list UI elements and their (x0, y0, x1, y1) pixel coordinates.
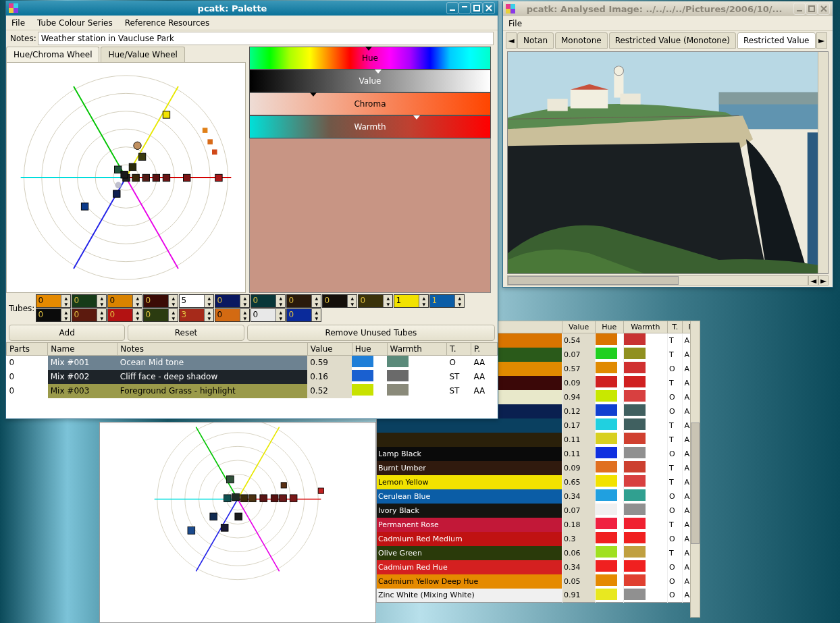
mix-col-parts[interactable]: Parts (7, 343, 48, 356)
svg-line-8 (238, 427, 280, 499)
paint-col-t[interactable]: T. (668, 321, 683, 333)
maximize-icon[interactable] (806, 3, 818, 15)
tube-spinner[interactable]: 0▲▼ (215, 294, 250, 308)
image-window-titlebar[interactable]: pcatk: Analysed Image: ../../../../Pictu… (503, 1, 833, 16)
paint-row[interactable]: Cadmium Red Medium 0.3 OA (377, 532, 700, 546)
paint-row[interactable]: Permanent Rose 0.18 TA (377, 518, 700, 532)
mix-row[interactable]: 0 Mix #002 Cliff face - deep shadow 0.16… (7, 370, 498, 384)
paint-row[interactable]: Burnt Umber 0.09 TA (377, 461, 700, 475)
paint-row[interactable]: Lemon Yellow 0.65 TA (377, 475, 700, 489)
mix-row[interactable]: 0 Mix #001 Ocean Mid tone 0.59 OAA (7, 356, 498, 370)
remove-unused-tubes-button[interactable]: Remove Unused Tubes (247, 325, 495, 341)
paint-col-warmth[interactable]: Warmth (623, 321, 667, 333)
hue-slider-label: Hue (362, 53, 378, 63)
paint-row[interactable]: 0.11 TAA (377, 433, 700, 447)
tube-spinner[interactable]: 0▲▼ (72, 308, 107, 322)
tube-spinner[interactable]: 0▲▼ (36, 308, 71, 322)
svg-rect-14 (221, 524, 228, 531)
tube-spinner[interactable]: 0▲▼ (286, 308, 321, 322)
paint-row[interactable]: Lamp Black 0.11 OAA (377, 447, 700, 461)
tube-spinner[interactable]: 0▲▼ (107, 294, 142, 308)
mix-col-value[interactable]: Value (307, 343, 352, 356)
tab-monotone[interactable]: Monotone (555, 32, 608, 49)
tube-spinner[interactable]: 0▲▼ (215, 308, 250, 322)
paint-list-scrollbar[interactable] (690, 321, 700, 618)
add-button[interactable]: Add (9, 325, 125, 341)
minimize-icon[interactable] (793, 3, 806, 15)
paint-row[interactable]: Cadmium Yellow Deep Hue 0.05 OA (377, 574, 700, 589)
menu-file[interactable]: File (507, 18, 523, 30)
reset-button[interactable]: Reset (128, 325, 244, 341)
paint-col-hue[interactable]: Hue (596, 321, 623, 333)
notes-input[interactable] (38, 32, 494, 45)
svg-rect-71 (115, 166, 122, 173)
tube-spinner[interactable]: 0▲▼ (322, 294, 357, 308)
tube-spinner[interactable]: 0▲▼ (286, 294, 321, 308)
app-icon (9, 3, 18, 13)
svg-rect-17 (232, 493, 240, 501)
paint-row[interactable]: Olive Green 0.06 TA (377, 546, 700, 560)
mix-row[interactable]: 0 Mix #003 Foreground Grass - highlight … (7, 384, 498, 398)
svg-rect-26 (281, 483, 286, 488)
tube-spinner[interactable]: 0▲▼ (143, 294, 178, 308)
tube-spinner[interactable]: 1▲▼ (429, 294, 465, 308)
scroll-right-icon[interactable]: ► (818, 275, 829, 286)
tab-nav-right-icon[interactable]: ► (816, 32, 827, 49)
mix-col-name[interactable]: Name (48, 343, 117, 356)
image-scrollbar-v[interactable] (818, 52, 828, 273)
svg-rect-23 (280, 495, 287, 502)
analysed-image-view[interactable] (507, 51, 829, 274)
shade-icon[interactable] (458, 2, 471, 14)
paint-col-value[interactable]: Value (562, 321, 596, 333)
paint-row[interactable]: 0.17 TAA (377, 418, 700, 433)
menu-tube-colour-series[interactable]: Tube Colour Series (36, 17, 114, 29)
tube-spinner[interactable]: 0▲▼ (72, 294, 107, 308)
mix-col-hue[interactable]: Hue (352, 343, 387, 356)
tube-spinner[interactable]: 0▲▼ (358, 294, 393, 308)
tube-spinner[interactable]: 0▲▼ (251, 294, 286, 308)
paint-row[interactable]: Cerulean Blue 0.34 OAA (377, 489, 700, 504)
svg-rect-61 (81, 203, 88, 210)
svg-rect-28 (510, 4, 515, 9)
mix-col-notes[interactable]: Notes (117, 343, 307, 356)
tab-nav-left-icon[interactable]: ◄ (506, 32, 517, 49)
paint-row[interactable]: Cadmium Red Hue 0.34 OA (377, 560, 700, 574)
tab-hue-value-wheel[interactable]: Hue/Value Wheel (101, 47, 184, 62)
svg-rect-46 (14, 8, 18, 13)
maximize-icon[interactable] (471, 2, 483, 14)
menu-file[interactable]: File (10, 17, 26, 29)
tube-spinner[interactable]: 0▲▼ (143, 308, 178, 322)
paint-row[interactable]: Zinc White (Mixing White) 0.91 OAA (377, 589, 700, 603)
svg-rect-75 (207, 139, 213, 144)
tube-spinner[interactable]: 0▲▼ (251, 308, 286, 322)
scroll-left-icon[interactable]: ◄ (808, 275, 818, 286)
image-scrollbar-h[interactable]: ◄ ► (507, 275, 829, 286)
tab-hue-chroma-wheel[interactable]: Hue/Chroma Wheel (6, 47, 99, 62)
paint-row[interactable]: Ivory Black 0.07 OAA (377, 504, 700, 518)
palette-window-titlebar[interactable]: pcatk: Palette (6, 1, 498, 16)
chroma-slider[interactable]: Chroma (249, 92, 491, 115)
mix-col-warmth[interactable]: Warmth (387, 343, 446, 356)
color-wheel[interactable] (6, 62, 246, 293)
close-icon[interactable] (818, 3, 830, 15)
tube-spinner[interactable]: 5▲▼ (179, 294, 214, 308)
svg-rect-19 (240, 495, 248, 502)
warmth-slider[interactable]: Warmth (249, 115, 491, 138)
mix-col-t[interactable]: T. (446, 343, 471, 356)
tab-notan[interactable]: Notan (517, 32, 554, 49)
svg-rect-74 (203, 128, 208, 133)
tube-spinner[interactable]: 3▲▼ (179, 308, 214, 322)
minimize-icon[interactable] (446, 2, 458, 14)
image-window-title: pcatk: Analysed Image: ../../../../Pictu… (518, 4, 791, 14)
tube-spinner[interactable]: 0▲▼ (36, 294, 71, 308)
tab-restricted-value-monotone-[interactable]: Restricted Value (Monotone) (609, 32, 736, 49)
hue-slider[interactable]: Hue (249, 47, 491, 70)
tube-spinner[interactable]: 1▲▼ (394, 294, 429, 308)
mix-col-p[interactable]: P. (471, 343, 497, 356)
tube-spinner[interactable]: 0▲▼ (107, 308, 142, 322)
close-icon[interactable] (483, 2, 495, 14)
svg-rect-30 (510, 9, 515, 13)
tab-restricted-value[interactable]: Restricted Value (737, 32, 815, 49)
value-slider[interactable]: Value (249, 70, 491, 92)
menu-reference-resources[interactable]: Reference Resources (124, 17, 211, 29)
